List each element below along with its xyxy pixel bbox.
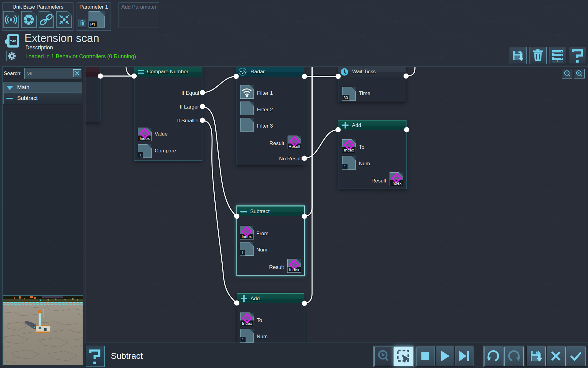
svg-text:P1: P1 xyxy=(90,22,95,27)
